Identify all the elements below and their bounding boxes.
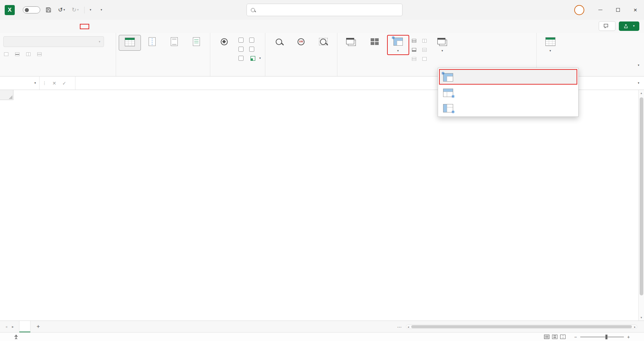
freeze-panes-button[interactable] <box>387 35 409 55</box>
redo-button[interactable]: ↻ <box>70 5 80 15</box>
formula-bar-expand-icon[interactable] <box>633 82 644 85</box>
zoom-to-selection-button[interactable] <box>312 35 334 50</box>
zoom-button[interactable] <box>268 35 290 50</box>
add-sheet-button[interactable] <box>34 322 43 331</box>
ribbon-tab-automate[interactable] <box>89 24 99 29</box>
ribbon-tab-review[interactable] <box>70 24 80 29</box>
zoom-control: − + <box>574 334 630 340</box>
toolbar-customize-button[interactable] <box>89 7 93 13</box>
normal-view-shortcut[interactable] <box>544 335 549 339</box>
select-all-button[interactable] <box>0 90 13 100</box>
snowflake-icon <box>451 94 455 99</box>
normal-view-button[interactable] <box>119 35 141 51</box>
close-button[interactable]: ✕ <box>627 0 644 20</box>
ribbon-tab-help[interactable] <box>99 24 108 29</box>
ribbon-tab-view[interactable] <box>80 24 89 29</box>
search-box[interactable] <box>247 4 402 16</box>
page-break-shortcut[interactable] <box>560 335 566 339</box>
arrange-all-button[interactable] <box>364 35 386 50</box>
options-sheet-view-button[interactable] <box>36 50 45 59</box>
save-button[interactable] <box>44 6 53 14</box>
hide-button[interactable] <box>411 45 420 54</box>
ribbon-tab-data[interactable] <box>61 24 70 29</box>
cancel-entry-button[interactable] <box>49 81 59 86</box>
split-button[interactable] <box>411 36 420 45</box>
sheet-tab-order-data[interactable] <box>19 321 31 333</box>
ruler-checkbox[interactable] <box>238 36 246 45</box>
data-type-icons-checkbox[interactable] <box>249 45 262 54</box>
menu-item-freeze-top-row[interactable] <box>439 85 577 100</box>
search-input[interactable] <box>258 7 398 13</box>
excel-logo-icon[interactable]: X <box>5 5 15 15</box>
page-layout-view-button[interactable] <box>163 35 185 50</box>
sheet-tab-prev-icon[interactable] <box>5 325 7 329</box>
zoom-100-button[interactable] <box>290 35 312 50</box>
page-layout-shortcut[interactable] <box>552 335 557 339</box>
keep-sheet-view-button[interactable] <box>3 50 12 59</box>
exit-sheet-view-button[interactable] <box>14 50 23 59</box>
headings-checkbox[interactable] <box>249 36 262 45</box>
zoom-to-selection-icon <box>318 37 329 46</box>
ribbon-tab-home[interactable] <box>14 24 23 29</box>
avatar[interactable] <box>574 5 584 15</box>
zoom-slider-thumb[interactable] <box>605 335 607 339</box>
chevron-down-icon <box>101 8 102 11</box>
ribbon-tab-file[interactable] <box>5 24 14 29</box>
scroll-left-icon[interactable] <box>406 325 411 329</box>
maximize-button[interactable] <box>609 0 627 20</box>
enter-entry-button[interactable] <box>59 81 69 86</box>
synchronous-scrolling-button[interactable] <box>421 45 430 54</box>
focus-cell-button[interactable] <box>249 54 262 63</box>
autosave-toggle[interactable] <box>23 6 40 13</box>
ribbon-tab-draw[interactable] <box>33 24 42 29</box>
sheet-tab-next-icon[interactable] <box>12 325 14 329</box>
formula-bar-checkbox[interactable] <box>238 54 246 63</box>
ribbon-collapse-icon[interactable] <box>638 64 639 67</box>
name-box[interactable] <box>0 77 40 90</box>
new-window-button[interactable] <box>340 35 362 50</box>
vertical-scrollbar[interactable] <box>638 90 644 321</box>
share-button[interactable] <box>619 21 639 31</box>
chevron-down-icon <box>90 8 92 11</box>
page-break-preview-icon <box>147 37 157 46</box>
ribbon-tab-insert[interactable] <box>23 24 33 29</box>
chevron-down-icon <box>397 49 399 52</box>
minimize-button[interactable] <box>592 0 609 20</box>
reset-window-position-button[interactable] <box>421 54 430 63</box>
freeze-panes-menu-icon <box>442 72 454 82</box>
sheet-options-icon[interactable] <box>397 324 402 330</box>
custom-views-button[interactable] <box>185 35 207 50</box>
new-sheet-view-button[interactable] <box>25 50 34 59</box>
switch-windows-button[interactable] <box>431 35 453 55</box>
unhide-button[interactable] <box>411 54 420 63</box>
freeze-top-row-icon <box>442 88 454 97</box>
sheet-view-selector[interactable] <box>3 36 104 47</box>
ribbon-tab-page-layout[interactable] <box>42 24 52 29</box>
scroll-down-icon[interactable] <box>639 316 644 319</box>
menu-item-freeze-panes[interactable] <box>439 69 577 85</box>
view-side-by-side-button[interactable] <box>421 36 430 45</box>
scroll-up-icon[interactable] <box>639 91 644 95</box>
page-break-preview-button[interactable] <box>141 35 163 50</box>
zoom-out-icon[interactable]: − <box>574 334 577 340</box>
comment-bubble-icon <box>603 23 608 29</box>
undo-button[interactable]: ↺ <box>57 5 66 15</box>
menu-item-freeze-first-column[interactable] <box>439 100 577 115</box>
maximize-icon <box>616 8 620 12</box>
zoom-in-icon[interactable]: + <box>627 334 630 340</box>
comments-button[interactable] <box>599 21 615 31</box>
horizontal-scrollbar-thumb[interactable] <box>411 325 632 328</box>
scroll-right-icon[interactable] <box>633 325 637 329</box>
unhide-icon <box>412 57 416 61</box>
macros-button[interactable] <box>539 35 561 55</box>
vertical-scrollbar-thumb[interactable] <box>640 97 643 295</box>
horizontal-scrollbar[interactable] <box>406 325 637 329</box>
navigation-button[interactable] <box>213 35 235 50</box>
document-title[interactable] <box>97 7 104 13</box>
ribbon-tab-formulas[interactable] <box>52 24 61 29</box>
checkbox-icon <box>238 38 244 43</box>
zoom-slider[interactable] <box>580 337 624 337</box>
accessibility-status[interactable] <box>14 335 20 339</box>
more-options-icon[interactable] <box>40 81 49 86</box>
gridlines-checkbox[interactable] <box>238 45 246 54</box>
